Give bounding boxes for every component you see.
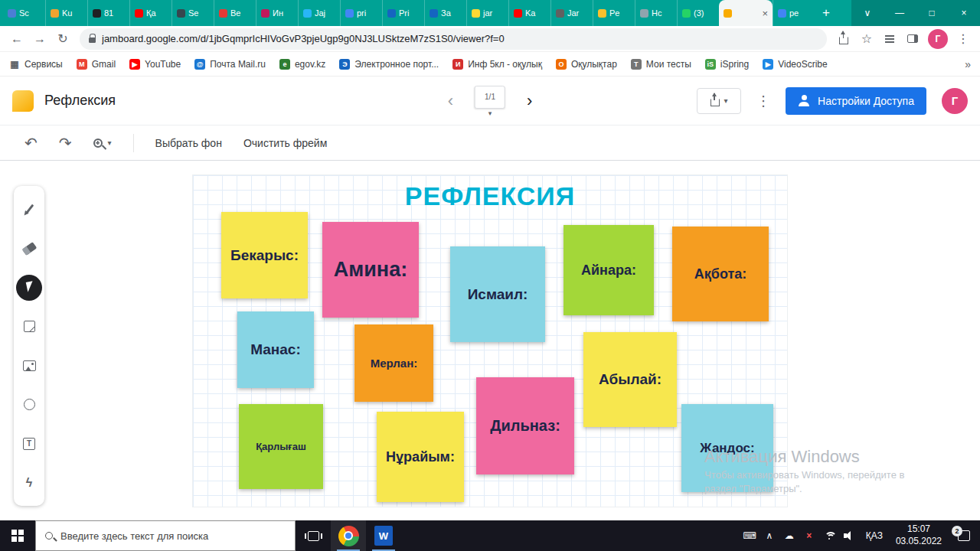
- browser-tab[interactable]: Ин: [256, 0, 298, 26]
- browser-tab[interactable]: jar: [466, 0, 508, 26]
- bookmark-item[interactable]: ООқулықтар: [556, 59, 617, 70]
- bookmark-item[interactable]: iSiSpring: [705, 59, 749, 70]
- jam-canvas[interactable]: РЕФЛЕКСИЯ Бекарыс:Амина:Исмаил:Айнара:Ақ…: [193, 175, 787, 507]
- refresh-button[interactable]: ↻: [52, 28, 74, 50]
- frame-thumbnail[interactable]: 1/1: [475, 86, 505, 109]
- shape-tool[interactable]: [14, 385, 44, 424]
- bookmark-item[interactable]: eegov.kz: [279, 59, 325, 70]
- zoom-control[interactable]: ▾: [93, 139, 112, 148]
- browser-tab[interactable]: Hc: [635, 0, 677, 26]
- sticky-note[interactable]: Исмаил:: [450, 246, 545, 342]
- sticky-note[interactable]: Ақбота:: [672, 227, 769, 321]
- sticky-note[interactable]: Дильназ:: [476, 377, 574, 474]
- textbox-tool[interactable]: T: [14, 424, 44, 463]
- browser-tab[interactable]: Қа: [129, 0, 172, 26]
- document-title[interactable]: Рефлексия: [44, 93, 116, 109]
- export-button[interactable]: ▾: [697, 88, 741, 114]
- address-bar[interactable]: jamboard.google.com/d/1jbGqmprIcHIVoGvP3…: [80, 28, 827, 50]
- volume-icon[interactable]: [839, 520, 859, 551]
- pen-tool[interactable]: [14, 190, 44, 229]
- frame-expand-icon[interactable]: ▾: [488, 109, 492, 117]
- select-tool[interactable]: [14, 268, 44, 307]
- browser-tab[interactable]: pri: [340, 0, 382, 26]
- browser-menu-icon[interactable]: ⋮: [952, 28, 974, 50]
- taskbar-clock[interactable]: 15:07 03.05.2022: [890, 523, 948, 547]
- sticky-note[interactable]: Абылай:: [583, 332, 677, 427]
- browser-tab[interactable]: Ku: [45, 0, 87, 26]
- sticky-note[interactable]: Жандос:: [681, 404, 773, 492]
- reading-list-icon[interactable]: [879, 28, 900, 50]
- hidden-icons-chevron-icon[interactable]: ∧: [760, 520, 779, 551]
- sticky-note-tool[interactable]: [14, 307, 44, 346]
- sticky-note[interactable]: Нұрайым:: [377, 412, 464, 502]
- sticky-note[interactable]: Бекарыс:: [221, 212, 308, 298]
- window-minimize-button[interactable]: —: [884, 0, 916, 26]
- tab-search-chevron-icon[interactable]: ∨: [851, 0, 884, 26]
- task-view-button[interactable]: [296, 520, 331, 551]
- browser-tab[interactable]: 81: [87, 0, 129, 26]
- sticky-note[interactable]: Амина:: [322, 222, 419, 318]
- browser-tab[interactable]: (3): [677, 0, 719, 26]
- window-maximize-button[interactable]: □: [916, 0, 948, 26]
- browser-tab[interactable]: Ka: [508, 0, 550, 26]
- browser-tab[interactable]: pe: [773, 0, 815, 26]
- bookmark-item[interactable]: ▦Сервисы: [9, 59, 63, 70]
- bookmark-item[interactable]: MGmail: [77, 59, 116, 70]
- bookmarks-overflow-icon[interactable]: »: [965, 58, 971, 70]
- browser-tab[interactable]: Se: [172, 0, 214, 26]
- browser-tab[interactable]: Pe: [593, 0, 635, 26]
- browser-tab[interactable]: Sc: [3, 0, 45, 26]
- more-options-icon[interactable]: ⋮: [756, 93, 770, 109]
- image-tool[interactable]: [14, 346, 44, 385]
- set-background-button[interactable]: Выбрать фон: [155, 137, 222, 149]
- start-button[interactable]: [0, 520, 35, 551]
- onedrive-cloud-icon[interactable]: ☁: [779, 520, 799, 551]
- jamboard-logo-icon[interactable]: [12, 90, 34, 112]
- undo-icon[interactable]: ↶: [24, 135, 38, 151]
- next-frame-icon[interactable]: ›: [527, 93, 532, 109]
- redo-icon[interactable]: ↷: [59, 135, 72, 151]
- window-controls: ∨ — □ ×: [851, 0, 980, 26]
- clear-frame-button[interactable]: Очистить фрейм: [243, 137, 327, 149]
- browser-tab[interactable]: За: [424, 0, 466, 26]
- antivirus-alert-icon[interactable]: ×: [799, 520, 819, 551]
- back-button[interactable]: ←: [6, 28, 28, 50]
- bookmark-item[interactable]: ТМои тесты: [631, 59, 691, 70]
- language-indicator[interactable]: ҚАЗ: [859, 530, 890, 541]
- previous-frame-icon[interactable]: ‹: [448, 93, 453, 109]
- access-settings-button[interactable]: Настройки Доступа: [786, 87, 926, 115]
- bookmark-item[interactable]: ▶VideoScribe: [763, 59, 828, 70]
- bookmark-item[interactable]: ▶YouTube: [129, 59, 181, 70]
- sticky-note[interactable]: Мерлан:: [354, 324, 433, 402]
- taskbar-search-input[interactable]: Введите здесь текст для поиска: [35, 520, 296, 551]
- forward-button[interactable]: →: [29, 28, 51, 50]
- new-tab-button[interactable]: +: [815, 0, 838, 26]
- side-panel-icon[interactable]: [902, 28, 923, 50]
- browser-tab[interactable]: Jar: [550, 0, 593, 26]
- notification-center-button[interactable]: 2: [948, 520, 980, 551]
- bookmark-item[interactable]: ЭЭлектронное порт...: [339, 59, 439, 70]
- browser-tab-active[interactable]: ×: [719, 0, 773, 26]
- tab-close-icon[interactable]: ×: [762, 8, 768, 19]
- account-avatar[interactable]: Г: [942, 88, 968, 114]
- browser-tab[interactable]: Pri: [382, 0, 424, 26]
- bookmark-item[interactable]: ИИнф 5кл - оқулық: [452, 59, 542, 70]
- share-icon[interactable]: [833, 28, 854, 50]
- network-wifi-icon[interactable]: [819, 520, 839, 551]
- sticky-note[interactable]: Қарлығаш: [239, 404, 323, 489]
- sticky-note[interactable]: Манас:: [237, 311, 314, 388]
- touch-keyboard-icon[interactable]: ⌨: [740, 520, 760, 551]
- browser-profile-avatar[interactable]: Г: [928, 29, 948, 49]
- taskbar-chrome-button[interactable]: [331, 520, 366, 551]
- laser-tool[interactable]: ϟ: [14, 463, 44, 502]
- bookmark-item[interactable]: @Почта Mail.ru: [194, 59, 266, 70]
- window-close-button[interactable]: ×: [948, 0, 980, 26]
- browser-tab[interactable]: Be: [214, 0, 256, 26]
- bookmark-star-icon[interactable]: ☆: [856, 28, 877, 50]
- taskbar-word-button[interactable]: W: [366, 520, 401, 551]
- browser-tab[interactable]: Jaj: [298, 0, 340, 26]
- sticky-note[interactable]: Айнара:: [564, 225, 654, 315]
- word-icon: W: [374, 526, 393, 546]
- frame-selector[interactable]: 1/1 ▾: [475, 86, 505, 117]
- eraser-tool[interactable]: [14, 229, 44, 268]
